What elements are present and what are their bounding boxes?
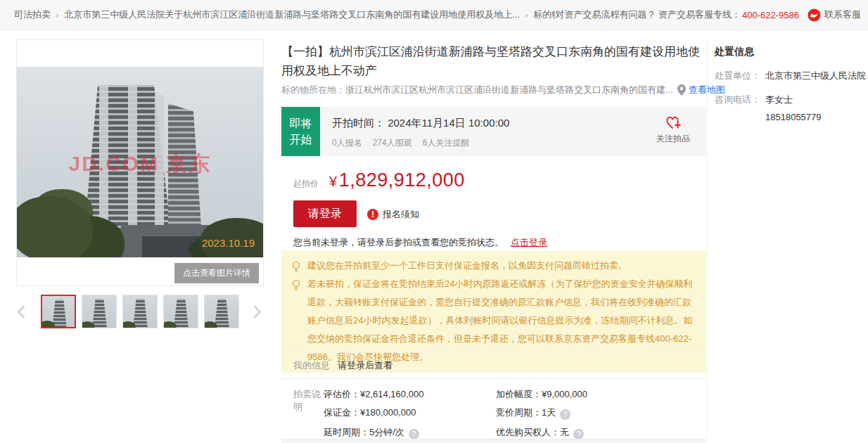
auction-parameter: 优先购买权人：无? [496, 426, 587, 439]
breadcrumb: 司法拍卖 › 北京市第三中级人民法院关于杭州市滨江区浦沿街道新浦路与坚塔路交叉口… [14, 8, 555, 21]
follow-item-label: 关注拍品 [656, 134, 690, 143]
lightbulb-icon [291, 261, 301, 273]
my-info-label: 我的信息 [293, 359, 338, 372]
disposal-unit-row: 处置单位： 北京市第三中级人民法院 [715, 70, 868, 82]
help-icon[interactable]: ? [409, 429, 419, 439]
contact-name: 李女士 [765, 94, 822, 106]
breadcrumb-separator: › [56, 10, 59, 20]
disposal-info-heading: 处置信息 [715, 46, 868, 58]
top-bar: 司法拍卖 › 北京市第三中级人民法院关于杭州市滨江区浦沿街道新浦路与坚塔路交叉口… [0, 0, 868, 30]
auction-status-bar: 即将开始 开拍时间： 2024年11月14日 10:00:00 0人报名 274… [281, 107, 706, 156]
starting-price-label: 起拍价 [293, 178, 319, 190]
customer-service-icon [808, 8, 821, 22]
help-icon[interactable]: ? [560, 409, 570, 420]
location-value: 浙江杭州市滨江区杭州市滨江区浦沿街道新浦路与坚塔路交叉口东南角的国有建... [345, 84, 673, 96]
lightbulb-icon [291, 279, 301, 291]
thumbnail-strip [16, 295, 264, 328]
applicants-count: 0人报名 [332, 137, 362, 149]
reminders-count: 6人关注提醒 [423, 137, 470, 149]
breadcrumb-separator: › [525, 10, 528, 20]
auction-detail-page: 司法拍卖 › 北京市第三中级人民法院关于杭州市滨江区浦沿街道新浦路与坚塔路交叉口… [0, 0, 868, 443]
thumbnails-next-icon[interactable] [248, 305, 261, 318]
disposal-unit-label: 处置单位： [715, 70, 765, 82]
heart-plus-icon [664, 115, 682, 130]
my-info-row: 我的信息 请登录后查看 [281, 352, 706, 379]
thumbnail-list [41, 295, 245, 328]
exclamation-icon: ! [367, 209, 378, 220]
auction-parameters-grid: 评估价：¥2,614,160,000加价幅度：¥9,000,000保证金：¥18… [324, 388, 587, 439]
location-label: 标的物所在地： [281, 84, 345, 96]
login-button[interactable]: 请登录 [293, 200, 357, 227]
tree-shape [17, 196, 93, 257]
photo-gallery: JD.COM 京东 2023.10.19 点击查看图片详情 [16, 39, 264, 286]
auction-parameter: 保证金：¥180,000,000 [324, 406, 496, 420]
view-image-details-button[interactable]: 点击查看图片详情 [174, 263, 259, 283]
thumbnail-2[interactable] [82, 295, 117, 328]
follow-item-button[interactable]: 关注拍品 [641, 107, 706, 156]
location-row: 标的物所在地： 浙江杭州市滨江区杭州市滨江区浦沿街道新浦路与坚塔路交叉口东南角的… [281, 84, 706, 96]
hotline-number: 400-622-9586 [742, 10, 799, 20]
hotline-question-text: 对资产交易流程有问题？ 资产交易客服专线： [555, 8, 741, 21]
auction-parameter: 竞价周期：1天? [496, 406, 587, 420]
contact-phone-label: 咨询电话： [715, 94, 765, 124]
start-time-label: 开拍时间： [332, 117, 385, 129]
auction-parameter: 加价幅度：¥9,000,000 [496, 388, 587, 400]
auction-parameter: 评估价：¥2,614,160,000 [324, 388, 496, 400]
main-photo[interactable]: JD.COM 京东 2023.10.19 [17, 67, 263, 257]
contact-service-link[interactable]: 联系客服 [824, 8, 861, 21]
start-time-value: 2024年11月14日 10:00:00 [388, 117, 509, 129]
breadcrumb-judicial-auction[interactable]: 司法拍卖 [14, 8, 51, 21]
location-pin-icon [677, 84, 686, 96]
auction-description-label: 拍卖说明 [293, 388, 324, 439]
contact-phone-row: 咨询电话： 李女士 18518055779 [715, 94, 868, 124]
photo-date-stamp: 2023.10.19 [202, 237, 255, 249]
starting-price-row: 起拍价 ¥1,829,912,000 [293, 169, 465, 191]
thumbnails-prev-icon[interactable] [17, 305, 30, 318]
thumbnail-1[interactable] [41, 295, 76, 328]
breadcrumb-listing-title[interactable]: 北京市第三中级人民法院关于杭州市滨江区浦沿街道新浦路与坚塔路交叉口东南角的国有建… [64, 8, 520, 21]
login-tip-text: 您当前未登录，请登录后参拍或查看您的竞拍状态。 [293, 237, 504, 248]
jd-watermark: JD.COM 京东 [17, 150, 263, 179]
listing-title: 【一拍】杭州市滨江区浦沿街道新浦路与坚塔路交叉口东南角的国有建设用地使用权及地上… [281, 42, 704, 80]
my-info-value: 请登录后查看 [338, 359, 392, 372]
disposal-unit-value: 北京市第三中级人民法院 [765, 70, 866, 82]
auction-parameter: 延时周期：5分钟/次? [324, 426, 496, 439]
contact-phone-number: 18518055779 [765, 111, 822, 124]
auction-description-row: 拍卖说明 评估价：¥2,614,160,000加价幅度：¥9,000,000保证… [281, 379, 706, 439]
starting-price-value: ¥1,829,912,000 [329, 169, 465, 191]
signup-notice-link[interactable]: ! 报名须知 [367, 208, 419, 221]
detail-sections: 我的信息 请登录后查看 拍卖说明 评估价：¥2,614,160,000加价幅度：… [281, 352, 706, 439]
signup-notice-label: 报名须知 [383, 208, 419, 221]
help-icon[interactable]: ? [573, 429, 584, 439]
watchers-count: 274人围观 [373, 137, 412, 149]
thumbnail-3[interactable] [122, 295, 158, 328]
notice-item-1: 建议您在开拍前至少一个工作日支付保证金报名，以免因支付问题而错过拍卖。 [291, 257, 694, 275]
disposal-info-panel: 处置信息 处置单位： 北京市第三中级人民法院 咨询电话： 李女士 1851805… [706, 39, 868, 443]
breadcrumb-current: 标的物详情 [533, 8, 555, 21]
status-badge: 即将开始 [281, 107, 320, 156]
thumbnail-5[interactable] [204, 295, 239, 328]
next-section-edge [281, 439, 706, 443]
click-login-link[interactable]: 点击登录 [511, 237, 547, 248]
thumbnail-4[interactable] [163, 295, 198, 328]
login-tip-row: 您当前未登录，请登录后参拍或查看您的竞拍状态。点击登录 [293, 236, 547, 249]
service-hotline-area: 对资产交易流程有问题？ 资产交易客服专线： 400-622-9586 联系客服 [555, 8, 861, 22]
